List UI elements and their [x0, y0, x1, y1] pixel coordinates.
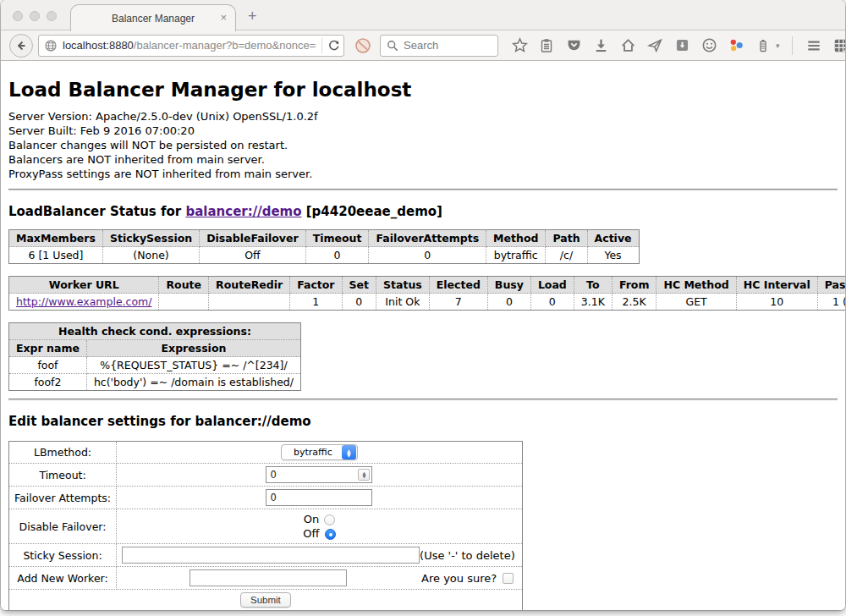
square-arrow-down-icon[interactable] [673, 36, 691, 55]
header-cell: Elected [429, 277, 487, 294]
health-rows: foof%{REQUEST_STATUS} =~ /^[234]/foof2hc… [9, 357, 301, 391]
data-cell: hc('body') =~ /domain is established/ [86, 374, 300, 391]
data-cell: foof2 [9, 374, 87, 391]
header-cell: Route [159, 277, 209, 294]
url-bar[interactable]: localhost:8880/balancer-manager?b=demo&n… [38, 35, 344, 57]
timeout-input[interactable]: 0 ▲▼ [266, 466, 372, 483]
worker-status-table: Worker URLRouteRouteRedirFactorSetStatus… [8, 276, 845, 311]
header-cell: Worker URL [9, 277, 159, 294]
table-extension-icon[interactable] [832, 36, 845, 55]
header-cell: Expr name [9, 340, 87, 357]
disable-failover-label: Disable Failover: [9, 509, 117, 544]
pocket-icon[interactable] [564, 36, 583, 55]
header-cell: Load [530, 277, 574, 294]
bookmark-star-icon[interactable] [510, 36, 529, 55]
table-row: http://www.example.com/ 10Init Ok7003.1K… [9, 294, 846, 311]
data-cell: 0 [487, 294, 530, 311]
health-check-table: Health check cond. expressions: Expr nam… [8, 322, 301, 391]
data-cell: /c/ [546, 247, 587, 264]
reload-icon[interactable] [327, 39, 340, 52]
chevron-down-icon[interactable]: ▾ [776, 41, 780, 50]
status-heading: LoadBalancer Status for balancer://demo … [8, 204, 838, 219]
data-cell: foof [9, 357, 87, 374]
header-cell: Timeout [305, 230, 369, 247]
header-cell: HC Interval [736, 277, 817, 294]
menu-icon[interactable] [805, 36, 823, 55]
header-cell: HC Method [656, 277, 736, 294]
divider [8, 399, 838, 401]
new-tab-button[interactable]: + [248, 8, 257, 25]
close-window-icon[interactable] [13, 11, 23, 21]
data-cell: 7 [429, 294, 487, 311]
failover-attempts-label: Failover Attempts: [9, 487, 117, 509]
server-version: Server Version: Apache/2.5.0-dev (Unix) … [8, 109, 838, 124]
titlebar: Balancer Manager × + [1, 0, 845, 30]
header-cell: Active [587, 230, 639, 247]
balancer-settings-form: LBmethod: bytraffic ▲▼ Timeout: 0 ▲▼ [8, 441, 523, 610]
worker-url-link[interactable]: http://www.example.com/ [16, 295, 151, 308]
data-cell: GET [656, 294, 736, 311]
persist-note: Balancer changes will NOT be persisted o… [8, 138, 838, 152]
bookmarks-menu-icon[interactable] [537, 36, 556, 55]
smiley-icon[interactable] [700, 36, 718, 55]
tab-title: Balancer Manager [112, 13, 195, 25]
data-cell: 0 [530, 294, 574, 311]
inherit-note: Balancers are NOT inherited from main se… [8, 152, 838, 167]
add-worker-input[interactable] [190, 569, 347, 586]
edit-settings-heading: Edit balancer settings for balancer://de… [8, 414, 838, 429]
globe-icon [44, 39, 58, 52]
data-cell: 0 [342, 294, 376, 311]
search-icon [387, 40, 398, 52]
zoom-window-icon[interactable] [47, 11, 57, 21]
table-row: 6 [1 Used](None)Off00bytraffic/c/Yes [9, 247, 640, 264]
stepper-icon[interactable]: ▲▼ [358, 469, 370, 481]
back-button[interactable] [9, 34, 33, 58]
data-cell: (None) [102, 247, 199, 264]
header-cell: StickySession [102, 230, 199, 247]
url-text[interactable]: localhost:8880/balancer-manager?b=demo&n… [63, 39, 316, 52]
header-cell: Set [342, 277, 376, 294]
are-you-sure-label: Are you sure? [421, 572, 497, 585]
page-content: Load Balancer Manager for localhost Serv… [1, 61, 845, 610]
search-input[interactable] [404, 39, 488, 52]
sticky-session-label: Sticky Session: [9, 544, 117, 567]
header-cell: To [574, 277, 612, 294]
data-cell: bytraffic [486, 247, 546, 264]
disable-failover-off-radio[interactable] [325, 529, 336, 540]
header-cell: Factor [290, 277, 342, 294]
header-cell: RouteRedir [209, 277, 290, 294]
data-cell: Init Ok [376, 294, 430, 311]
data-cell: Yes [587, 247, 639, 264]
lbmethod-select[interactable]: bytraffic ▲▼ [281, 444, 358, 460]
data-cell: Off [200, 247, 305, 264]
data-cell [159, 294, 209, 311]
data-cell: 6 [1 Used] [9, 247, 103, 264]
search-bar[interactable] [380, 35, 498, 57]
tab-close-icon[interactable]: × [220, 12, 227, 24]
divider [8, 189, 838, 191]
download-icon[interactable] [591, 36, 610, 55]
balancer-status-table: MaxMembersStickySessionDisableFailoverTi… [8, 229, 640, 264]
minimize-window-icon[interactable] [30, 11, 40, 21]
home-icon[interactable] [618, 36, 637, 55]
send-page-icon[interactable] [645, 36, 664, 55]
header-cell: Expression [86, 340, 300, 357]
failover-attempts-input[interactable]: 0 [266, 489, 372, 506]
data-cell: 0 [305, 247, 369, 264]
window-controls[interactable] [13, 11, 57, 21]
content-blocker-icon[interactable] [354, 37, 371, 54]
server-built: Server Built: Feb 9 2016 07:00:20 [8, 124, 838, 138]
sticky-session-input[interactable] [122, 547, 420, 564]
add-worker-label: Add New Worker: [9, 567, 117, 590]
tab-balancer-manager[interactable]: Balancer Manager × [70, 4, 236, 31]
balancer-demo-link[interactable]: balancer://demo [185, 204, 301, 219]
colored-dots-icon[interactable] [727, 36, 745, 55]
header-cell: Status [376, 277, 430, 294]
server-info: Server Version: Apache/2.5.0-dev (Unix) … [8, 109, 838, 181]
table-row: foof2hc('body') =~ /domain is establishe… [9, 374, 301, 391]
battery-icon[interactable] [754, 36, 772, 55]
proxypass-note: ProxyPass settings are NOT inherited fro… [8, 167, 838, 181]
disable-failover-on-radio[interactable] [324, 514, 335, 525]
are-you-sure-checkbox[interactable] [503, 573, 514, 584]
submit-button[interactable]: Submit [240, 592, 291, 608]
